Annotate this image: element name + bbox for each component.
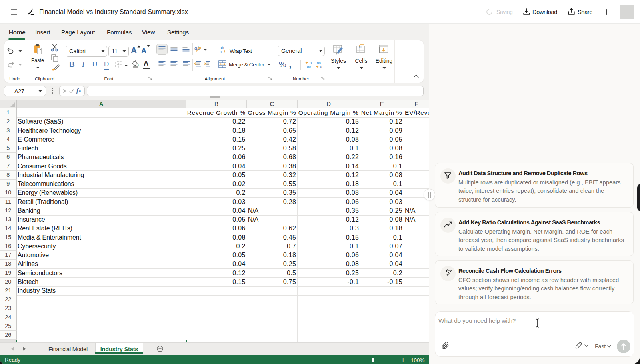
svg-text:.0: .0 bbox=[319, 65, 322, 68]
svg-text:c: c bbox=[220, 50, 222, 54]
svg-text:.00: .00 bbox=[306, 65, 311, 68]
